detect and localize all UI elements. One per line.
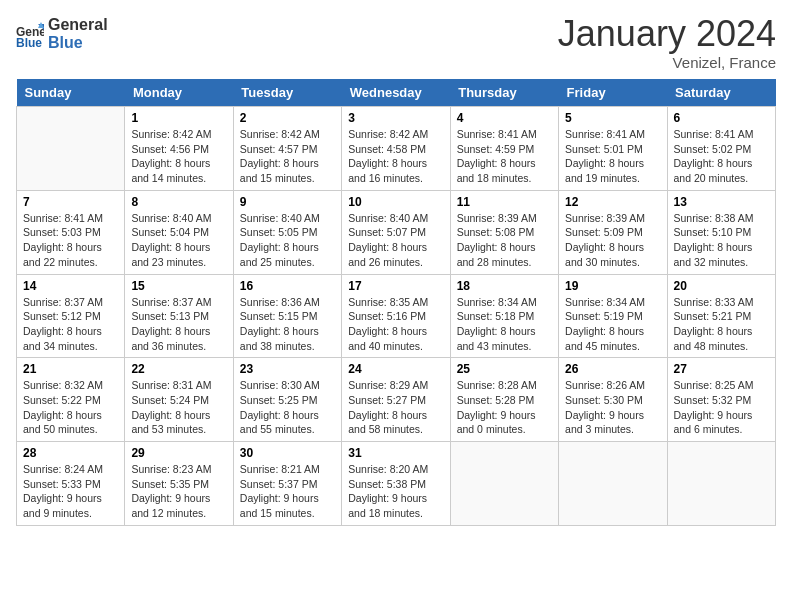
day-number: 30 xyxy=(240,446,335,460)
day-info: Sunrise: 8:40 AM Sunset: 5:04 PM Dayligh… xyxy=(131,211,226,270)
daylight-text: Daylight: 8 hours and 18 minutes. xyxy=(457,156,552,185)
day-info: Sunrise: 8:42 AM Sunset: 4:58 PM Dayligh… xyxy=(348,127,443,186)
sunrise-text: Sunrise: 8:39 AM xyxy=(565,211,660,226)
sunrise-text: Sunrise: 8:21 AM xyxy=(240,462,335,477)
daylight-text: Daylight: 8 hours and 50 minutes. xyxy=(23,408,118,437)
calendar-week-4: 21 Sunrise: 8:32 AM Sunset: 5:22 PM Dayl… xyxy=(17,358,776,442)
day-info: Sunrise: 8:26 AM Sunset: 5:30 PM Dayligh… xyxy=(565,378,660,437)
sunset-text: Sunset: 5:02 PM xyxy=(674,142,769,157)
calendar-cell: 25 Sunrise: 8:28 AM Sunset: 5:28 PM Dayl… xyxy=(450,358,558,442)
day-number: 23 xyxy=(240,362,335,376)
sunrise-text: Sunrise: 8:41 AM xyxy=(23,211,118,226)
day-number: 12 xyxy=(565,195,660,209)
sunset-text: Sunset: 4:59 PM xyxy=(457,142,552,157)
sunset-text: Sunset: 5:01 PM xyxy=(565,142,660,157)
calendar-week-3: 14 Sunrise: 8:37 AM Sunset: 5:12 PM Dayl… xyxy=(17,274,776,358)
day-number: 15 xyxy=(131,279,226,293)
sunset-text: Sunset: 5:12 PM xyxy=(23,309,118,324)
sunrise-text: Sunrise: 8:41 AM xyxy=(565,127,660,142)
day-info: Sunrise: 8:36 AM Sunset: 5:15 PM Dayligh… xyxy=(240,295,335,354)
calendar-cell: 15 Sunrise: 8:37 AM Sunset: 5:13 PM Dayl… xyxy=(125,274,233,358)
calendar-cell: 8 Sunrise: 8:40 AM Sunset: 5:04 PM Dayli… xyxy=(125,190,233,274)
daylight-text: Daylight: 9 hours and 6 minutes. xyxy=(674,408,769,437)
day-info: Sunrise: 8:41 AM Sunset: 5:01 PM Dayligh… xyxy=(565,127,660,186)
sunrise-text: Sunrise: 8:41 AM xyxy=(674,127,769,142)
sunset-text: Sunset: 5:08 PM xyxy=(457,225,552,240)
day-info: Sunrise: 8:39 AM Sunset: 5:08 PM Dayligh… xyxy=(457,211,552,270)
sunset-text: Sunset: 5:16 PM xyxy=(348,309,443,324)
day-info: Sunrise: 8:40 AM Sunset: 5:05 PM Dayligh… xyxy=(240,211,335,270)
sunrise-text: Sunrise: 8:32 AM xyxy=(23,378,118,393)
daylight-text: Daylight: 8 hours and 30 minutes. xyxy=(565,240,660,269)
day-number: 7 xyxy=(23,195,118,209)
logo-line1: General xyxy=(48,16,108,34)
day-info: Sunrise: 8:37 AM Sunset: 5:12 PM Dayligh… xyxy=(23,295,118,354)
day-info: Sunrise: 8:42 AM Sunset: 4:57 PM Dayligh… xyxy=(240,127,335,186)
sunrise-text: Sunrise: 8:38 AM xyxy=(674,211,769,226)
sunset-text: Sunset: 4:56 PM xyxy=(131,142,226,157)
day-number: 6 xyxy=(674,111,769,125)
day-info: Sunrise: 8:41 AM Sunset: 5:02 PM Dayligh… xyxy=(674,127,769,186)
day-number: 18 xyxy=(457,279,552,293)
calendar-cell: 16 Sunrise: 8:36 AM Sunset: 5:15 PM Dayl… xyxy=(233,274,341,358)
daylight-text: Daylight: 9 hours and 15 minutes. xyxy=(240,491,335,520)
sunrise-text: Sunrise: 8:40 AM xyxy=(131,211,226,226)
daylight-text: Daylight: 8 hours and 20 minutes. xyxy=(674,156,769,185)
sunset-text: Sunset: 5:05 PM xyxy=(240,225,335,240)
day-info: Sunrise: 8:33 AM Sunset: 5:21 PM Dayligh… xyxy=(674,295,769,354)
day-number: 19 xyxy=(565,279,660,293)
day-number: 11 xyxy=(457,195,552,209)
sunrise-text: Sunrise: 8:36 AM xyxy=(240,295,335,310)
sunset-text: Sunset: 5:03 PM xyxy=(23,225,118,240)
calendar-cell: 27 Sunrise: 8:25 AM Sunset: 5:32 PM Dayl… xyxy=(667,358,775,442)
day-number: 27 xyxy=(674,362,769,376)
day-number: 8 xyxy=(131,195,226,209)
logo-line2: Blue xyxy=(48,34,108,52)
calendar-cell: 10 Sunrise: 8:40 AM Sunset: 5:07 PM Dayl… xyxy=(342,190,450,274)
location: Venizel, France xyxy=(558,54,776,71)
calendar-cell: 26 Sunrise: 8:26 AM Sunset: 5:30 PM Dayl… xyxy=(559,358,667,442)
daylight-text: Daylight: 8 hours and 58 minutes. xyxy=(348,408,443,437)
sunset-text: Sunset: 5:24 PM xyxy=(131,393,226,408)
day-info: Sunrise: 8:37 AM Sunset: 5:13 PM Dayligh… xyxy=(131,295,226,354)
day-info: Sunrise: 8:30 AM Sunset: 5:25 PM Dayligh… xyxy=(240,378,335,437)
col-monday: Monday xyxy=(125,79,233,107)
calendar-cell: 23 Sunrise: 8:30 AM Sunset: 5:25 PM Dayl… xyxy=(233,358,341,442)
daylight-text: Daylight: 8 hours and 48 minutes. xyxy=(674,324,769,353)
calendar-cell: 4 Sunrise: 8:41 AM Sunset: 4:59 PM Dayli… xyxy=(450,107,558,191)
day-info: Sunrise: 8:34 AM Sunset: 5:18 PM Dayligh… xyxy=(457,295,552,354)
daylight-text: Daylight: 8 hours and 25 minutes. xyxy=(240,240,335,269)
daylight-text: Daylight: 8 hours and 55 minutes. xyxy=(240,408,335,437)
day-number: 16 xyxy=(240,279,335,293)
daylight-text: Daylight: 8 hours and 23 minutes. xyxy=(131,240,226,269)
calendar-cell: 6 Sunrise: 8:41 AM Sunset: 5:02 PM Dayli… xyxy=(667,107,775,191)
sunset-text: Sunset: 5:33 PM xyxy=(23,477,118,492)
day-number: 31 xyxy=(348,446,443,460)
sunset-text: Sunset: 5:37 PM xyxy=(240,477,335,492)
page-container: General Blue General Blue January 2024 V… xyxy=(0,0,792,534)
header-row: Sunday Monday Tuesday Wednesday Thursday… xyxy=(17,79,776,107)
calendar-cell: 12 Sunrise: 8:39 AM Sunset: 5:09 PM Dayl… xyxy=(559,190,667,274)
daylight-text: Daylight: 8 hours and 53 minutes. xyxy=(131,408,226,437)
sunset-text: Sunset: 5:13 PM xyxy=(131,309,226,324)
day-number: 2 xyxy=(240,111,335,125)
col-friday: Friday xyxy=(559,79,667,107)
calendar-cell: 7 Sunrise: 8:41 AM Sunset: 5:03 PM Dayli… xyxy=(17,190,125,274)
day-info: Sunrise: 8:24 AM Sunset: 5:33 PM Dayligh… xyxy=(23,462,118,521)
sunset-text: Sunset: 4:58 PM xyxy=(348,142,443,157)
day-number: 28 xyxy=(23,446,118,460)
col-saturday: Saturday xyxy=(667,79,775,107)
sunset-text: Sunset: 5:27 PM xyxy=(348,393,443,408)
day-number: 10 xyxy=(348,195,443,209)
sunrise-text: Sunrise: 8:26 AM xyxy=(565,378,660,393)
daylight-text: Daylight: 8 hours and 26 minutes. xyxy=(348,240,443,269)
daylight-text: Daylight: 9 hours and 18 minutes. xyxy=(348,491,443,520)
sunrise-text: Sunrise: 8:31 AM xyxy=(131,378,226,393)
day-info: Sunrise: 8:32 AM Sunset: 5:22 PM Dayligh… xyxy=(23,378,118,437)
daylight-text: Daylight: 8 hours and 28 minutes. xyxy=(457,240,552,269)
sunrise-text: Sunrise: 8:35 AM xyxy=(348,295,443,310)
sunrise-text: Sunrise: 8:37 AM xyxy=(131,295,226,310)
daylight-text: Daylight: 9 hours and 0 minutes. xyxy=(457,408,552,437)
daylight-text: Daylight: 8 hours and 34 minutes. xyxy=(23,324,118,353)
sunset-text: Sunset: 4:57 PM xyxy=(240,142,335,157)
